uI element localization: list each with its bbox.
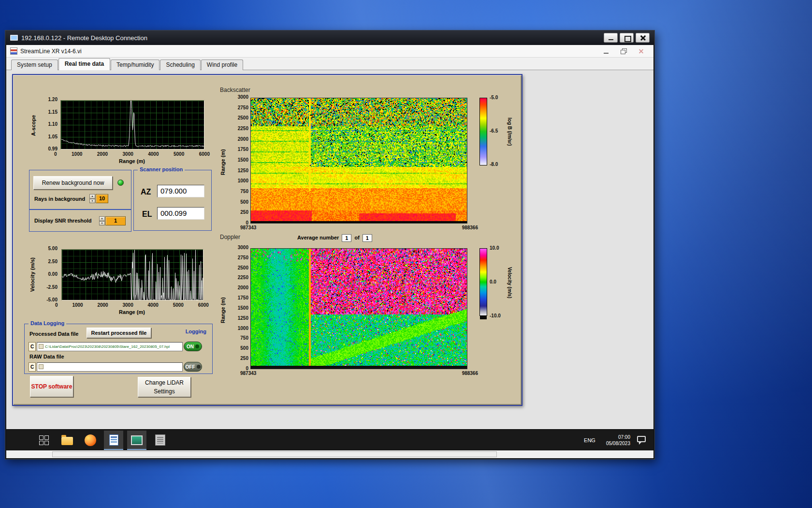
tick-label: 1750 (238, 295, 248, 301)
app-restore-button[interactable] (615, 46, 632, 56)
rdp-close-button[interactable] (636, 33, 650, 43)
tick-label: 1000 (72, 151, 82, 157)
azimuth-field[interactable]: 079.000 (157, 185, 204, 197)
tick-label: 1000 (72, 302, 83, 308)
rdp-minimize-button[interactable] (604, 33, 618, 43)
average-count-field[interactable]: 1 (362, 234, 372, 242)
snr-value-field[interactable]: 1 (105, 216, 126, 225)
spinner-down-icon[interactable]: ▼ (99, 221, 105, 226)
start-button[interactable] (34, 431, 54, 450)
taskbar-scan-scheduler[interactable] (150, 431, 170, 450)
tick-label: 987343 (240, 371, 256, 376)
raw-drive-selector[interactable]: C (29, 362, 36, 372)
tick-label: 1750 (238, 147, 248, 152)
tab-system-setup[interactable]: System setup (11, 60, 58, 70)
tab-scheduling[interactable]: Scheduling (160, 60, 200, 70)
tick-label: 0.0 (490, 279, 496, 285)
app-window-title: StreamLine XR v14-6.vi (20, 48, 597, 55)
rays-spinner[interactable]: ▲ ▼ (89, 194, 95, 203)
backscatter-y-ticks: 3000275025002250200017501500125010007505… (227, 94, 248, 226)
taskbar-file-explorer[interactable] (58, 431, 77, 450)
tab-temp-humidity[interactable]: Temp/humidity (111, 60, 160, 70)
tick-label: 3000 (238, 245, 248, 251)
doppler-title: Doppler (220, 234, 240, 240)
taskbar-document-app[interactable] (104, 431, 123, 450)
tick-label: 2000 (238, 285, 248, 291)
taskbar-firefox[interactable] (81, 431, 100, 450)
tick-label: 6000 (198, 302, 209, 308)
tick-label: -10.0 (490, 313, 501, 319)
tick-label: 4000 (148, 151, 159, 157)
data-logging-group: Data Logging Processed Data file Restart… (24, 324, 213, 374)
app-close-button[interactable] (632, 46, 650, 56)
rdp-titlebar[interactable]: 192.168.0.122 - Remote Desktop Connectio… (5, 30, 654, 45)
raw-logging-toggle[interactable]: OFF (184, 362, 202, 372)
tick-label: 2000 (238, 136, 248, 142)
clock[interactable]: 07:00 05/08/2023 (606, 434, 630, 447)
tab-strip: System setup Real time data Temp/humidit… (6, 58, 653, 70)
tick-label: -6.5 (490, 128, 498, 134)
tick-label: 250 (240, 356, 248, 361)
tick-label: 2000 (97, 151, 108, 157)
doppler-colorbar-cap (480, 316, 487, 319)
rdp-monitor-icon (10, 35, 18, 41)
rdp-window-title: 192.168.0.122 - Remote Desktop Connectio… (21, 34, 604, 42)
restart-processed-file-button[interactable]: Restart processed file (87, 328, 151, 338)
velocity-y-ticks: 5.002.500.00-2.50-5.00 (37, 246, 58, 303)
browse-icon[interactable] (39, 364, 44, 369)
browse-icon[interactable] (39, 344, 44, 349)
spinner-up-icon[interactable]: ▲ (89, 194, 95, 199)
tick-label: 3000 (238, 94, 248, 100)
scan-scheduler-icon (155, 434, 165, 446)
stop-software-button[interactable]: STOP software (30, 376, 73, 397)
data-logging-title: Data Logging (29, 320, 66, 326)
spinner-up-icon[interactable]: ▲ (99, 216, 105, 221)
doppler-x-ticks: 987343988366 (240, 371, 478, 376)
snr-spinner[interactable]: ▲ ▼ (99, 216, 105, 225)
average-of-label: of (354, 235, 359, 241)
rays-value-field[interactable]: 10 (96, 194, 108, 203)
renew-background-led (117, 179, 124, 186)
processed-path-text: C:\Lidar\Data\Proc\2023\202308\20230805\… (45, 344, 170, 349)
elevation-field[interactable]: 000.099 (157, 207, 204, 220)
average-number-label: Average number (297, 235, 339, 241)
azimuth-label: AZ (141, 188, 151, 196)
tick-label: 10.0 (490, 245, 499, 251)
main-panel: A-scope 1.201.151.101.050.99 01000200030… (12, 74, 522, 406)
elevation-label: EL (142, 210, 152, 219)
clock-time: 07:00 (606, 434, 630, 440)
notification-icon[interactable] (637, 436, 646, 442)
tick-label: 1250 (238, 315, 248, 321)
language-indicator[interactable]: ENG (580, 434, 599, 446)
doppler-colorbar-ticks: 10.00.0-10.0 (490, 245, 508, 319)
raw-path-row: C OFF (29, 362, 202, 372)
tick-label: 1500 (238, 305, 248, 311)
change-lidar-settings-button[interactable]: Change LiDAR Settings (138, 377, 191, 397)
rdp-maximize-button[interactable] (620, 33, 634, 43)
processed-data-file-label: Processed Data file (29, 331, 79, 337)
processed-logging-toggle[interactable]: ON (184, 342, 202, 351)
tick-label: 2250 (238, 126, 248, 132)
velocity-plot (61, 249, 203, 300)
average-number-field[interactable]: 1 (342, 234, 351, 242)
raw-path-field[interactable] (37, 362, 183, 372)
taskbar: ENG 07:00 05/08/2023 (6, 429, 653, 450)
labview-vi-icon (10, 47, 17, 55)
tick-label: 1000 (238, 178, 248, 184)
taskbar-labview-app[interactable] (127, 431, 146, 450)
processed-drive-selector[interactable]: C (29, 342, 36, 351)
firefox-icon (85, 434, 96, 446)
renew-background-button[interactable]: Renew background now (33, 176, 113, 190)
tick-label: 988366 (462, 371, 478, 376)
app-minimize-button[interactable] (597, 46, 615, 56)
tick-label: 750 (240, 335, 248, 341)
ascope-x-axis-label: Range (m) (60, 158, 203, 164)
tab-wind-profile[interactable]: Wind profile (201, 60, 243, 70)
spinner-down-icon[interactable]: ▼ (89, 199, 95, 204)
processed-path-field[interactable]: C:\Lidar\Data\Proc\2023\202308\20230805\… (37, 342, 183, 351)
tab-real-time-data[interactable]: Real time data (58, 58, 110, 70)
backscatter-colorbar-ticks: -5.0-6.5-8.0 (490, 95, 506, 167)
doppler-colorbar-label: Velocity (m/s) (507, 251, 512, 314)
average-number-control: Average number 1 of 1 (297, 234, 372, 242)
app-titlebar[interactable]: StreamLine XR v14-6.vi (6, 45, 653, 58)
